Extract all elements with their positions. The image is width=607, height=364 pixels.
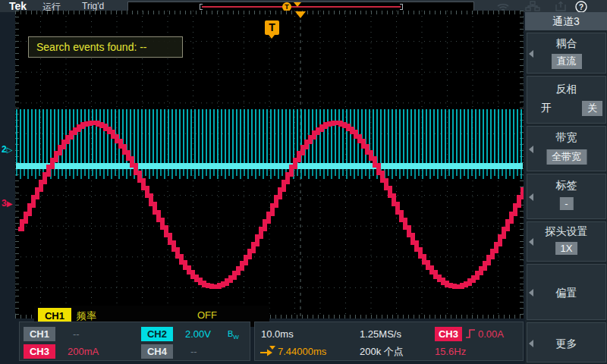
side-menu-title: 通道3 — [525, 12, 607, 30]
side-menu-channel3: 通道3 耦合 直流 反相 开 关 带宽 全带宽 标签 - 探头设置 1X — [525, 12, 607, 364]
ch2-badge[interactable]: CH2 — [141, 327, 173, 341]
ch2-scale: 2.00V — [185, 327, 211, 341]
window-right-bracket — [400, 4, 403, 10]
window-left-bracket — [200, 4, 203, 10]
svg-text:?: ? — [579, 3, 583, 11]
waveform-display-area[interactable]: T Search events found: -- CH1 频率 OFF — [15, 11, 524, 318]
horizontal-delay-readout[interactable]: 7.44000ms — [278, 344, 326, 359]
coupling-label: 耦合 — [527, 37, 605, 51]
channel-readout-panel: CH1 -- CH2 2.00V BW CH3 200mA CH4 -- — [19, 322, 250, 361]
help-icon[interactable]: ? — [574, 1, 590, 11]
export-icon[interactable] — [553, 1, 568, 11]
label-value[interactable]: - — [559, 197, 573, 210]
chevron-left-icon — [529, 50, 533, 58]
ch2-marker-number: 2 — [2, 144, 7, 155]
invert-off-option[interactable]: 关 — [582, 101, 602, 116]
coupling-value[interactable]: 直流 — [552, 54, 582, 69]
ch3-marker-triangle-icon: ▶ — [7, 199, 13, 208]
delay-arrow-icon — [259, 345, 278, 360]
acquisition-window-line — [202, 6, 401, 8]
menu-item-label[interactable]: 标签 - — [527, 174, 606, 219]
offset-label: 偏置 — [527, 287, 605, 300]
more-label: 更多 — [527, 337, 605, 351]
bandwidth-label: 带宽 — [527, 131, 605, 145]
timebase-readout[interactable]: 10.0ms — [261, 327, 294, 341]
ch3-ground-marker[interactable]: 3▶ — [2, 198, 17, 209]
label-label: 标签 — [527, 179, 605, 193]
ch1-scale: -- — [73, 327, 80, 341]
network-icon[interactable] — [525, 1, 540, 11]
menu-item-more[interactable]: 更多 — [527, 322, 606, 362]
menu-item-probe-setup[interactable]: 探头设置 1X — [527, 221, 606, 262]
ch4-badge[interactable]: CH4 — [141, 344, 173, 359]
invert-on-option[interactable]: 开 — [541, 102, 552, 115]
probe-setup-label: 探头设置 — [527, 225, 605, 239]
trigger-status: Trig'd — [82, 1, 104, 11]
trigger-level-readout[interactable]: 0.00A — [478, 327, 504, 341]
chevron-left-icon — [529, 146, 533, 153]
trigger-position-pointer-icon — [294, 2, 301, 7]
menu-item-bandwidth[interactable]: 带宽 全带宽 — [527, 126, 606, 171]
wifi-icon[interactable] — [495, 1, 511, 11]
ch3-marker-number: 3 — [2, 198, 7, 209]
chevron-left-icon — [529, 238, 533, 246]
trigger-slope-icon — [465, 328, 476, 343]
ch4-scale: -- — [190, 344, 197, 359]
ch3-badge[interactable]: CH3 — [24, 344, 55, 359]
ch2-ground-marker[interactable]: 2▷ — [2, 144, 17, 155]
ch2-marker-triangle-icon: ▷ — [7, 146, 13, 154]
invert-label: 反相 — [527, 83, 605, 96]
search-events-message: Search events found: -- — [28, 36, 183, 58]
menu-item-invert[interactable]: 反相 开 关 — [527, 76, 606, 124]
record-length-readout: 200k 个点 — [360, 344, 404, 359]
ch3-scale: 200mA — [68, 344, 99, 359]
menu-item-offset[interactable]: 偏置 — [527, 264, 606, 320]
menu-item-coupling[interactable]: 耦合 直流 — [527, 33, 606, 74]
trigger-source-badge[interactable]: T — [265, 20, 279, 35]
trigger-source-badge[interactable]: CH3 — [435, 327, 462, 341]
trigger-position-marker-icon[interactable] — [295, 11, 306, 18]
bandwidth-value[interactable]: 全带宽 — [546, 149, 587, 165]
measurement-value: OFF — [197, 309, 217, 321]
chevron-left-icon — [529, 193, 533, 201]
trigger-frequency-readout: 15.6Hz — [435, 344, 466, 359]
ch1-badge[interactable]: CH1 — [24, 327, 55, 341]
probe-setup-value[interactable]: 1X — [555, 242, 578, 255]
oscilloscope-screen: Tek 运行 Trig'd T — [0, 0, 607, 364]
sample-rate-readout: 1.25MS/s — [360, 327, 401, 341]
ch2-bandwidth-limit-icon: BW — [228, 327, 239, 344]
timebase-trigger-panel: 10.0ms 1.25MS/s CH3 0.00A 7.44000ms 200k… — [254, 322, 524, 361]
